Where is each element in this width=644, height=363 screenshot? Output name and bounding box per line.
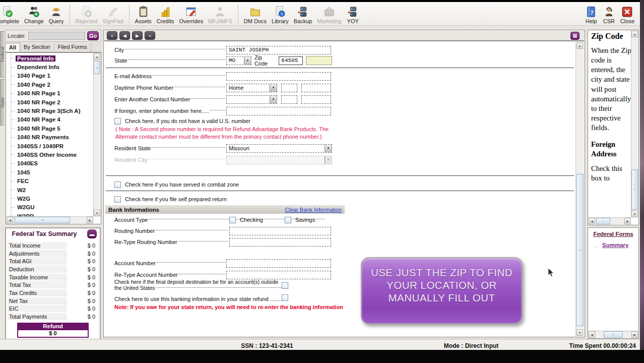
form-tree-item[interactable]: FEC — [9, 176, 93, 185]
scroll-left-icon[interactable]: ◀ — [589, 218, 595, 224]
last-record-button[interactable]: » — [145, 31, 155, 40]
toolbar-button[interactable]: CSR — [600, 5, 618, 25]
self-prepared-checkbox[interactable] — [114, 196, 121, 203]
form-tree-item[interactable]: 1045 — [9, 168, 93, 176]
grid-view-button[interactable]: ▦ — [570, 32, 579, 40]
vertical-tab[interactable]: Federal — [0, 31, 5, 78]
form-tree-item[interactable]: 1040ES — [9, 159, 93, 168]
account-number-input[interactable] — [226, 259, 331, 268]
toolbar-button[interactable] — [70, 5, 70, 25]
foreign-phone-input[interactable] — [226, 107, 331, 115]
forms-list-tab[interactable]: All — [5, 43, 20, 52]
form-tree-item[interactable]: Personal Info — [9, 54, 93, 63]
outside-us-checkbox[interactable] — [282, 282, 288, 289]
toolbar-button[interactable]: Overrides — [176, 5, 206, 25]
combat-zone-checkbox[interactable] — [114, 182, 121, 188]
resident-state-select[interactable]: Missouri▼ — [226, 144, 332, 153]
daytime-number-input[interactable] — [301, 84, 331, 92]
toolbar-button[interactable] — [129, 5, 130, 25]
toolbar-button[interactable]: Change — [22, 5, 46, 25]
another-number-input[interactable] — [301, 95, 331, 104]
previous-record-button[interactable]: ◀ — [119, 31, 130, 40]
form-tree-item[interactable]: 1040 NR Page 1 — [9, 89, 93, 98]
retype-account-input[interactable] — [226, 271, 331, 279]
toolbar-button[interactable]: Help — [583, 5, 600, 25]
help-scroll-thumb[interactable]: ≡ — [631, 169, 638, 210]
chevron-down-icon[interactable]: ▼ — [325, 145, 332, 152]
form-tree-item[interactable]: 1040 Page 2 — [9, 80, 93, 89]
locate-input[interactable] — [28, 32, 85, 40]
form-tree-item[interactable]: 1040 NR Page 3(Sch A) — [9, 106, 93, 115]
state-select[interactable]: MO▼ — [226, 56, 251, 65]
links-horizontal-scrollbar[interactable]: ◀ ≡ ▶ — [589, 331, 638, 338]
resident-city-select[interactable]: ▼ — [226, 156, 332, 164]
form-tree-item[interactable]: W2G — [9, 194, 93, 203]
scroll-up-icon[interactable]: ▲ — [576, 42, 583, 49]
chevron-down-icon[interactable]: ▼ — [270, 96, 277, 103]
form-tree-item[interactable]: 1040SS Other Income — [9, 150, 93, 159]
zip-input[interactable]: 64505 — [279, 56, 303, 65]
scroll-right-icon[interactable]: ▶ — [631, 331, 638, 338]
toolbar-button[interactable]: Query — [46, 5, 67, 25]
routing-number-input[interactable] — [229, 227, 331, 235]
email-input[interactable] — [226, 72, 331, 81]
scroll-left-icon[interactable]: ◀ — [589, 331, 595, 338]
savings-checkbox[interactable] — [285, 217, 291, 223]
chevron-down-icon[interactable]: ▼ — [244, 57, 251, 65]
form-scroll-thumb[interactable]: ≡ — [576, 174, 584, 326]
toolbar-button[interactable]: MFJ/MFS — [206, 5, 235, 25]
scroll-right-icon[interactable]: ▶ — [624, 218, 631, 224]
form-tree-item[interactable]: 1040 NR Page 4 — [9, 115, 93, 124]
no-us-number-checkbox[interactable] — [114, 118, 121, 125]
toolbar-button[interactable]: Rejected — [73, 5, 100, 25]
form-tree-item[interactable]: W2 — [9, 186, 93, 194]
forms-list-tab[interactable]: Filed Forms — [54, 43, 91, 52]
form-tree-item[interactable]: 1040 NR Page 5 — [9, 124, 93, 133]
scroll-left-icon[interactable]: ◀ — [7, 217, 13, 223]
scroll-down-icon[interactable]: ▼ — [631, 211, 638, 217]
toolbar-button[interactable] — [238, 5, 238, 25]
clear-bank-information-link[interactable]: Clear Bank Information — [285, 207, 342, 213]
help-horizontal-scrollbar[interactable]: ◀ ≡ ▶ — [589, 217, 631, 224]
vertical-tab[interactable]: State — [0, 79, 5, 126]
toolbar-button[interactable]: Marketing — [314, 5, 344, 25]
toolbar-button[interactable]: Close — [618, 5, 637, 25]
form-tree-item[interactable]: W2GU — [9, 203, 93, 212]
toolbar-button[interactable]: Complete — [0, 5, 22, 25]
tree-scroll-thumb[interactable]: ≡ — [94, 61, 100, 74]
form-tree-item[interactable]: 1040 NR Page 2 — [9, 98, 93, 106]
toolbar-button[interactable]: YOY — [344, 5, 362, 25]
toolbar-button[interactable]: DM Docs — [241, 5, 269, 25]
first-record-button[interactable]: « — [107, 31, 117, 40]
summary-refresh-icon[interactable]: ▬ — [87, 229, 97, 238]
help-vertical-scrollbar[interactable]: ▲ ≡ ▼ — [631, 31, 638, 217]
tree-horizontal-scrollbar[interactable]: ◀ ≡ ▶ — [7, 216, 93, 223]
state-refund-banking-checkbox[interactable] — [282, 294, 288, 301]
another-contact-type-select[interactable]: ▼ — [226, 95, 277, 104]
form-tree-item[interactable]: 1040 Page 1 — [9, 72, 93, 80]
tree-hscroll-thumb[interactable]: ≡ — [15, 217, 70, 223]
scroll-up-icon[interactable]: ▲ — [631, 31, 638, 37]
form-tree-item[interactable]: W2PR — [9, 212, 93, 216]
daytime-area-code-input[interactable] — [281, 84, 297, 92]
help-hscroll-thumb[interactable]: ≡ — [596, 218, 610, 224]
locate-go-button[interactable]: Go — [87, 31, 99, 40]
scroll-right-icon[interactable]: ▶ — [87, 217, 93, 223]
toolbar-button[interactable]: Backup — [291, 5, 315, 25]
forms-list-tab[interactable]: By Section — [20, 43, 54, 52]
city-input[interactable]: SAINT JOSEPH — [226, 46, 331, 54]
another-area-code-input[interactable] — [281, 95, 297, 104]
toolbar-button[interactable]: Assets — [133, 5, 154, 25]
form-tree-item[interactable]: Dependent Info — [9, 63, 93, 71]
tree-vertical-scrollbar[interactable]: ▲ ≡ ▼ — [93, 53, 100, 216]
summary-link[interactable]: Summary — [602, 242, 628, 248]
zip-lookup-field[interactable] — [306, 56, 332, 65]
scroll-down-icon[interactable]: ▼ — [576, 329, 583, 336]
retype-routing-input[interactable] — [229, 238, 331, 247]
chevron-down-icon[interactable]: ▼ — [270, 84, 277, 92]
scroll-down-icon[interactable]: ▼ — [94, 210, 100, 216]
next-record-button[interactable]: ▶ — [132, 31, 143, 40]
links-hscroll-thumb[interactable]: ≡ — [604, 331, 623, 338]
daytime-phone-type-select[interactable]: Home▼ — [226, 84, 277, 92]
form-tree-item[interactable]: 1040 NR Payments — [9, 133, 93, 142]
